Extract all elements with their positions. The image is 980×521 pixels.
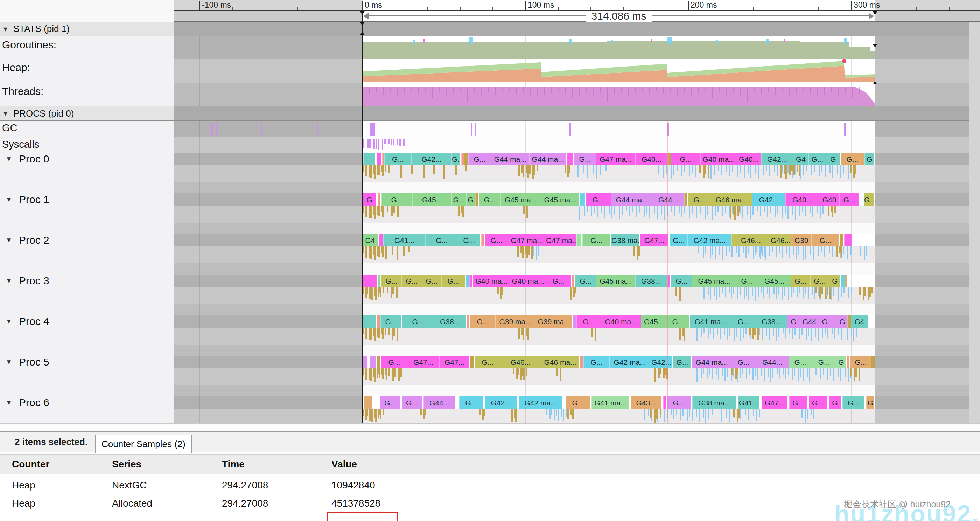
trace-slice[interactable]: G42...: [761, 153, 793, 165]
threads-chart[interactable]: [362, 83, 875, 106]
trace-slice[interactable]: G...: [479, 193, 501, 206]
proc-track-label[interactable]: Proc 4: [19, 315, 49, 327]
trace-slice[interactable]: G...: [789, 356, 811, 368]
trace-slice[interactable]: G41...: [383, 234, 425, 247]
proc-track-label[interactable]: Proc 6: [19, 397, 49, 409]
trace-slice[interactable]: G...: [384, 153, 411, 165]
trace-slice[interactable]: [663, 396, 666, 409]
trace-slice[interactable]: G...: [808, 153, 826, 165]
trace-slice[interactable]: [840, 234, 843, 247]
trace-slice[interactable]: G...: [566, 396, 590, 409]
trace-slice[interactable]: [844, 234, 852, 247]
trace-slice[interactable]: [481, 234, 484, 247]
trace-slice[interactable]: [370, 356, 375, 368]
goroutines-chart[interactable]: [362, 36, 875, 59]
trace-slice[interactable]: G...: [671, 153, 700, 165]
trace-slice[interactable]: G42...: [752, 193, 785, 206]
trace-slice[interactable]: G42...: [650, 356, 672, 368]
collapse-icon[interactable]: ▾: [3, 106, 7, 121]
trace-slice[interactable]: G40 ma...: [510, 274, 546, 287]
proc-track-label[interactable]: Proc 0: [19, 153, 49, 165]
trace-slice[interactable]: G: [362, 193, 376, 206]
column-header-series[interactable]: Series: [112, 455, 142, 474]
trace-slice[interactable]: G44...: [653, 193, 684, 206]
trace-slice[interactable]: G38...: [635, 274, 667, 287]
column-header-time[interactable]: Time: [222, 455, 245, 474]
trace-slice[interactable]: G...: [402, 315, 434, 328]
trace-slice[interactable]: G: [829, 396, 841, 409]
trace-slice[interactable]: [377, 315, 380, 328]
trace-slice[interactable]: G...: [842, 396, 864, 409]
trace-slice[interactable]: [377, 356, 380, 368]
trace-slice[interactable]: G...: [582, 234, 610, 247]
trace-slice[interactable]: G...: [468, 153, 491, 165]
ruler-bg-right[interactable]: [875, 0, 980, 11]
trace-slice[interactable]: G42...: [485, 396, 517, 409]
trace-slice[interactable]: G41...: [738, 396, 759, 409]
trace-slice[interactable]: [362, 315, 375, 328]
trace-slice[interactable]: G38...: [434, 315, 466, 328]
table-row[interactable]: HeapNextGC294.2700810942840: [0, 476, 980, 494]
trace-slice[interactable]: G43...: [631, 396, 661, 409]
trace-slice[interactable]: [567, 153, 573, 165]
trace-slice[interactable]: G...: [731, 356, 756, 368]
trace-slice[interactable]: [871, 356, 875, 368]
trace-slice[interactable]: G40...: [737, 153, 760, 165]
trace-slice[interactable]: G: [466, 193, 475, 206]
trace-slice[interactable]: [363, 153, 375, 165]
trace-slice[interactable]: G...: [791, 274, 810, 287]
trace-slice[interactable]: G46 ma...: [711, 193, 752, 206]
trace-slice[interactable]: G: [826, 153, 840, 165]
trace-slice[interactable]: [576, 234, 581, 247]
trace-slice[interactable]: [475, 193, 478, 206]
trace-slice[interactable]: G4: [362, 234, 378, 247]
trace-slice[interactable]: G45 ma...: [596, 274, 635, 287]
trace-slice[interactable]: G...: [380, 315, 401, 328]
trace-slice[interactable]: G...: [401, 274, 422, 287]
trace-slice[interactable]: G...: [670, 234, 687, 247]
trace-slice[interactable]: G...: [736, 274, 758, 287]
trace-slice[interactable]: G47 ma...: [546, 234, 576, 247]
proc-track-label[interactable]: Proc 5: [19, 356, 49, 368]
trace-slice[interactable]: G40 ma...: [601, 315, 641, 328]
trace-slice[interactable]: G38 ma...: [611, 234, 639, 247]
table-row[interactable]: HeapAllocated294.27008451378528: [0, 494, 980, 513]
ruler-bg-selection[interactable]: [362, 0, 875, 11]
trace-slice[interactable]: G40 ma...: [700, 153, 737, 165]
trace-slice[interactable]: G44...: [756, 356, 789, 368]
trace-slice[interactable]: G...: [667, 315, 689, 328]
trace-slice[interactable]: G47...: [439, 356, 469, 368]
trace-slice[interactable]: G...: [789, 396, 807, 409]
trace-timeline-area[interactable]: G...G42...G...G...G44 ma...G44 ma...G...…: [0, 0, 980, 423]
trace-slice[interactable]: G44 ma...: [611, 193, 653, 206]
column-header-counter[interactable]: Counter: [12, 455, 49, 474]
trace-slice[interactable]: G...: [381, 274, 401, 287]
trace-slice[interactable]: G44 ma...: [529, 153, 566, 165]
trace-slice[interactable]: G45 ma...: [501, 193, 541, 206]
trace-slice[interactable]: G...: [811, 356, 836, 368]
trace-slice[interactable]: G44 ma...: [692, 356, 731, 368]
trace-slice[interactable]: G...: [584, 356, 609, 368]
trace-slice[interactable]: G...: [576, 315, 601, 328]
trace-slice[interactable]: G...: [380, 396, 400, 409]
trace-slice[interactable]: G47 ma...: [508, 234, 546, 247]
trace-slice[interactable]: G...: [441, 274, 465, 287]
trace-slice[interactable]: G46...: [732, 234, 770, 247]
trace-slice[interactable]: G42 ma...: [519, 396, 562, 409]
collapse-icon[interactable]: ▾: [3, 22, 7, 36]
trace-slice[interactable]: G...: [382, 193, 412, 206]
trace-slice[interactable]: [841, 274, 845, 287]
trace-slice[interactable]: G...: [688, 193, 711, 206]
trace-slice[interactable]: G...: [458, 234, 480, 247]
trace-slice[interactable]: G47...: [407, 356, 439, 368]
trace-slice[interactable]: G...: [422, 274, 441, 287]
proc-expander-icon[interactable]: ▼: [6, 236, 12, 244]
trace-slice[interactable]: [573, 315, 576, 328]
trace-slice[interactable]: G39 ma...: [495, 315, 535, 328]
trace-slice[interactable]: G: [866, 396, 874, 409]
proc-expander-icon[interactable]: ▼: [6, 155, 12, 163]
heap-chart[interactable]: [362, 59, 875, 83]
trace-slice[interactable]: G44: [800, 315, 819, 328]
trace-slice[interactable]: G...: [575, 274, 596, 287]
trace-slice[interactable]: G45...: [641, 315, 667, 328]
